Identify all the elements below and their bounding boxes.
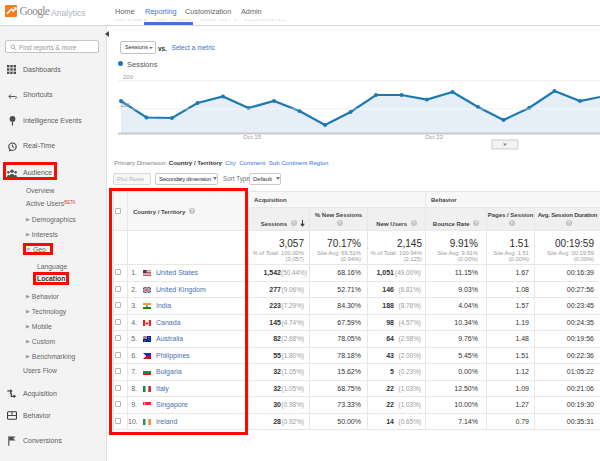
svg-text:Sessions: Sessions	[127, 60, 158, 69]
svg-text:Oct 15: Oct 15	[243, 133, 262, 140]
svg-text:Oct 22: Oct 22	[425, 133, 444, 140]
svg-text:100: 100	[120, 102, 131, 108]
svg-text:200: 200	[123, 74, 134, 80]
